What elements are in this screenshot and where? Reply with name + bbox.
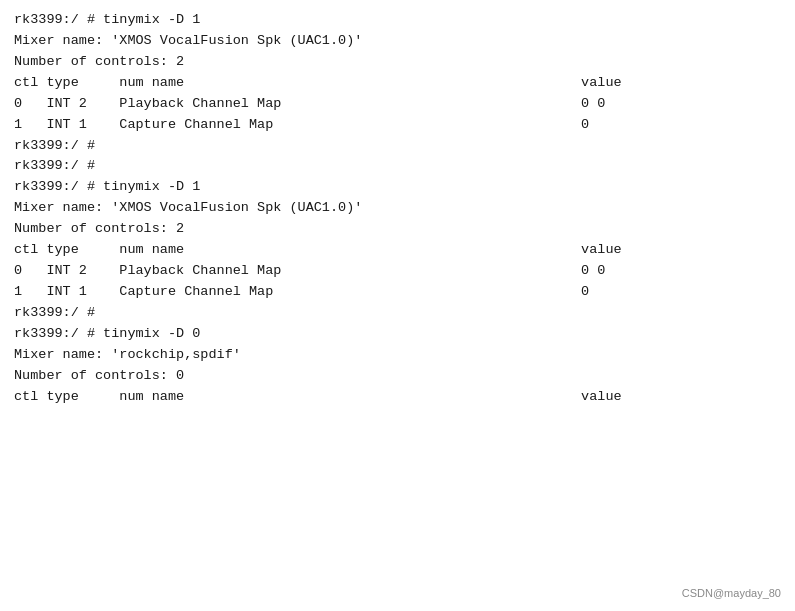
terminal-line: 0 INT 2 Playback Channel Map 0 0 [14,94,781,115]
terminal-line: Number of controls: 2 [14,52,781,73]
terminal-line: rk3399:/ # tinymix -D 1 [14,10,781,31]
terminal-line: 1 INT 1 Capture Channel Map 0 [14,282,781,303]
terminal-line: rk3399:/ # tinymix -D 0 [14,324,781,345]
terminal-line: 1 INT 1 Capture Channel Map 0 [14,115,781,136]
terminal-line: Mixer name: 'XMOS VocalFusion Spk (UAC1.… [14,198,781,219]
terminal-line: ctl type num name value [14,387,781,408]
terminal-line: 0 INT 2 Playback Channel Map 0 0 [14,261,781,282]
terminal-output: rk3399:/ # tinymix -D 1Mixer name: 'XMOS… [14,10,781,408]
watermark-label: CSDN@mayday_80 [682,587,781,599]
terminal-line: rk3399:/ # [14,136,781,157]
terminal-line: rk3399:/ # [14,156,781,177]
terminal-line: Number of controls: 0 [14,366,781,387]
terminal-line: ctl type num name value [14,73,781,94]
terminal-line: rk3399:/ # [14,303,781,324]
terminal-line: Number of controls: 2 [14,219,781,240]
terminal-line: ctl type num name value [14,240,781,261]
terminal-line: rk3399:/ # tinymix -D 1 [14,177,781,198]
terminal-line: Mixer name: 'XMOS VocalFusion Spk (UAC1.… [14,31,781,52]
terminal-container: rk3399:/ # tinymix -D 1Mixer name: 'XMOS… [0,0,795,611]
terminal-line: Mixer name: 'rockchip,spdif' [14,345,781,366]
